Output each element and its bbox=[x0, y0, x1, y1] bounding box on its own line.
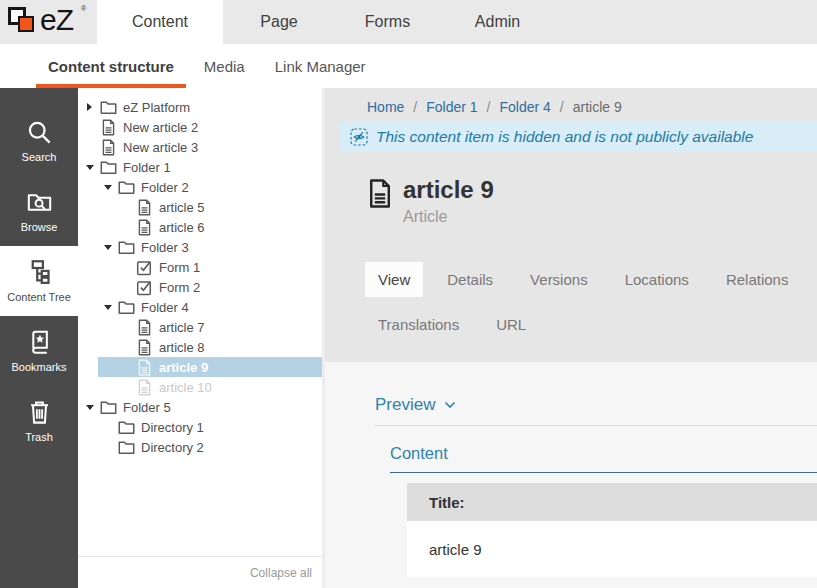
tree-row-directory-2[interactable]: Directory 2 bbox=[78, 437, 322, 457]
tree-row-folder-2[interactable]: Folder 2 bbox=[78, 177, 322, 197]
top-tab-content[interactable]: Content bbox=[97, 0, 223, 44]
content-tree-panel: eZ Platform New article 2 New article 3 … bbox=[78, 88, 325, 588]
tree-row-folder-5[interactable]: Folder 5 bbox=[78, 397, 322, 417]
expander-arrow-icon[interactable] bbox=[104, 177, 117, 197]
breadcrumb-folder-1[interactable]: Folder 1 bbox=[426, 99, 477, 115]
tree-item-label: eZ Platform bbox=[123, 100, 190, 115]
top-tab-label: Admin bbox=[475, 13, 520, 31]
tab-details[interactable]: Details bbox=[434, 262, 506, 297]
hidden-content-notice: This content item is hidden and is not p… bbox=[340, 122, 817, 152]
tree-row-new-article-3[interactable]: New article 3 bbox=[78, 137, 322, 157]
tab-view[interactable]: View bbox=[365, 262, 423, 297]
preview-section-toggle[interactable]: Preview bbox=[375, 395, 817, 415]
folder-icon bbox=[117, 239, 136, 256]
sidebar-item-content-tree[interactable]: Content Tree bbox=[0, 246, 78, 316]
tree-row-new-article-2[interactable]: New article 2 bbox=[78, 117, 322, 137]
expander-spacer bbox=[122, 357, 135, 377]
tree-row-article-10[interactable]: article 10 bbox=[78, 377, 322, 397]
content-tab-label: URL bbox=[496, 316, 526, 333]
tree-item-label: Directory 2 bbox=[141, 440, 204, 455]
expander-arrow-icon[interactable] bbox=[86, 157, 99, 177]
breadcrumb-separator: / bbox=[560, 99, 564, 115]
expander-spacer bbox=[86, 137, 99, 157]
tree-item-label: New article 3 bbox=[123, 140, 198, 155]
logo-orange-square-icon bbox=[18, 16, 34, 32]
browse-icon bbox=[26, 189, 53, 216]
article-icon bbox=[135, 339, 154, 356]
content-tree: eZ Platform New article 2 New article 3 … bbox=[78, 88, 322, 556]
subnav-tab-link-manager[interactable]: Link Manager bbox=[263, 44, 378, 88]
article-icon bbox=[135, 359, 154, 376]
tree-item-label: Directory 1 bbox=[141, 420, 204, 435]
tree-item-label: article 7 bbox=[159, 320, 205, 335]
sidebar-item-label: Search bbox=[22, 151, 57, 163]
expander-arrow-icon[interactable] bbox=[86, 397, 99, 417]
tab-url[interactable]: URL bbox=[483, 307, 539, 342]
tree-item-label: Folder 5 bbox=[123, 400, 171, 415]
sidebar-item-bookmarks[interactable]: Bookmarks bbox=[0, 316, 78, 386]
collapse-all-button[interactable]: Collapse all bbox=[250, 566, 312, 580]
tree-item-label: Folder 3 bbox=[141, 240, 189, 255]
tree-row-article-8[interactable]: article 8 bbox=[78, 337, 322, 357]
breadcrumb-folder-4[interactable]: Folder 4 bbox=[500, 99, 551, 115]
tree-row-form-2[interactable]: Form 2 bbox=[78, 277, 322, 297]
tab-locations[interactable]: Locations bbox=[612, 262, 702, 297]
article-icon bbox=[367, 178, 393, 209]
expander-arrow-icon[interactable] bbox=[104, 297, 117, 317]
field: Title: article 9 bbox=[407, 483, 817, 577]
subnav-tab-label: Content structure bbox=[48, 58, 174, 75]
content-tab-label: Relations bbox=[726, 271, 789, 288]
expander-spacer bbox=[122, 337, 135, 357]
workspace: Search Browse Content Tree Bookmarks Tra… bbox=[0, 88, 817, 588]
field-name: Title: bbox=[407, 483, 817, 521]
top-tab-forms[interactable]: Forms bbox=[335, 0, 440, 44]
main-area: Home/Folder 1/Folder 4/article 9 This co… bbox=[325, 88, 817, 588]
logo-text: eZ bbox=[40, 3, 73, 37]
tree-row-folder-3[interactable]: Folder 3 bbox=[78, 237, 322, 257]
sidebar-item-trash[interactable]: Trash bbox=[0, 386, 78, 456]
ez-logo[interactable]: eZ ® bbox=[0, 0, 97, 44]
expander-arrow-icon[interactable] bbox=[104, 237, 117, 257]
tree-row-form-1[interactable]: Form 1 bbox=[78, 257, 322, 277]
expander-spacer bbox=[122, 317, 135, 337]
top-tab-page[interactable]: Page bbox=[223, 0, 335, 44]
tab-relations[interactable]: Relations bbox=[713, 262, 802, 297]
tree-row-folder-4[interactable]: Folder 4 bbox=[78, 297, 322, 317]
tree-row-article-7[interactable]: article 7 bbox=[78, 317, 322, 337]
content-type-label: Article bbox=[403, 208, 494, 226]
tree-row-ez-platform[interactable]: eZ Platform bbox=[78, 97, 322, 117]
field-value: article 9 bbox=[407, 521, 817, 577]
tree-row-article-6[interactable]: article 6 bbox=[78, 217, 322, 237]
tree-row-article-5[interactable]: article 5 bbox=[78, 197, 322, 217]
content-tab-label: Translations bbox=[378, 316, 459, 333]
view-tab-content: Preview Content Title: article 9 bbox=[325, 362, 817, 588]
folder-icon bbox=[117, 439, 136, 456]
subnav-tab-content-structure[interactable]: Content structure bbox=[36, 44, 186, 88]
tree-row-folder-1[interactable]: Folder 1 bbox=[78, 157, 322, 177]
top-tab-admin[interactable]: Admin bbox=[440, 0, 555, 44]
top-tab-label: Page bbox=[260, 13, 297, 31]
subnav-tab-media[interactable]: Media bbox=[192, 44, 257, 88]
expander-spacer bbox=[122, 197, 135, 217]
tab-translations[interactable]: Translations bbox=[365, 307, 472, 342]
top-tab-bar: Content Page Forms Admin bbox=[97, 0, 817, 44]
trash-icon bbox=[26, 399, 53, 426]
breadcrumb-home[interactable]: Home bbox=[367, 99, 404, 115]
sidebar-item-browse[interactable]: Browse bbox=[0, 176, 78, 246]
folder-icon bbox=[99, 159, 118, 176]
tree-row-directory-1[interactable]: Directory 1 bbox=[78, 417, 322, 437]
expander-arrow-icon[interactable] bbox=[86, 97, 99, 117]
left-sidebar: Search Browse Content Tree Bookmarks Tra… bbox=[0, 88, 78, 588]
tree-row-article-9[interactable]: article 9 bbox=[98, 357, 322, 377]
sidebar-item-label: Trash bbox=[25, 431, 53, 443]
sub-nav-bar: Content structure Media Link Manager bbox=[0, 44, 817, 88]
tree-item-label: article 5 bbox=[159, 200, 205, 215]
content-tab-label: Locations bbox=[625, 271, 689, 288]
folder-icon bbox=[99, 99, 118, 116]
tab-versions[interactable]: Versions bbox=[517, 262, 601, 297]
tree-item-label: New article 2 bbox=[123, 120, 198, 135]
content-tab-label: Versions bbox=[530, 271, 588, 288]
sidebar-item-search[interactable]: Search bbox=[0, 106, 78, 176]
content-section: Content Title: article 9 bbox=[390, 444, 817, 577]
preview-section-label: Preview bbox=[375, 395, 435, 415]
